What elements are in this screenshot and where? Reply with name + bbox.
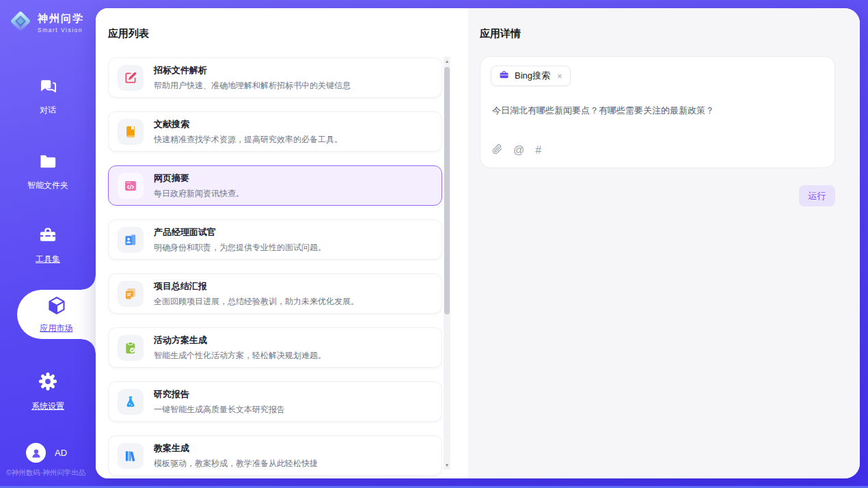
attachment-icon[interactable] <box>492 144 502 157</box>
tag-close-icon[interactable]: × <box>557 72 562 81</box>
sidebar-item-smart-folder[interactable]: 智能文件夹 <box>0 152 96 191</box>
sidebar-item-label: 对话 <box>40 105 56 116</box>
app-card-title: 项目总结汇报 <box>154 280 359 293</box>
app-list-panel: 应用列表 招标文件解析帮助用户快速、准确地理解和解析招标书中的关键信息文献搜索快… <box>96 8 468 478</box>
app-card-description: 快速精准查找学术资源，提高研究效率的必备工具。 <box>154 134 342 146</box>
app-card-tender-parse[interactable]: 招标文件解析帮助用户快速、准确地理解和解析招标书中的关键信息 <box>108 57 442 98</box>
sidebar-item-label: 工具集 <box>36 254 60 265</box>
sticky-notes-icon <box>118 281 144 307</box>
app-card-web-summary[interactable]: 网页摘要每日政府新闻资讯快查。 <box>108 165 442 206</box>
interviewer-icon <box>118 227 144 253</box>
app-card-description: 一键智能生成高质量长文本研究报告 <box>154 404 285 416</box>
app-card-description: 明确身份和职责，为您提供专业性的面试问题。 <box>154 242 326 254</box>
app-list-scrollbar[interactable]: ▲ ▼ <box>444 57 450 470</box>
tool-tag-bing-search[interactable]: Bing搜索 × <box>491 66 571 86</box>
chat-icon <box>38 77 57 98</box>
report-flask-icon <box>118 389 144 415</box>
mention-icon[interactable]: @ <box>513 145 524 156</box>
app-card-description: 模板驱动，教案秒成，教学准备从此轻松快捷 <box>154 458 318 470</box>
tender-doc-icon <box>118 65 144 91</box>
app-card-lesson-plan[interactable]: 教案生成模板驱动，教案秒成，教学准备从此轻松快捷 <box>108 435 442 476</box>
user-initials: AD <box>55 448 67 458</box>
brand-name: 神州问学 <box>38 12 84 25</box>
app-card-title: 教案生成 <box>154 442 318 455</box>
app-detail-panel: 应用详情 Bing搜索 × 今日湖北有哪些新闻要点？有哪些需要关注的最新政策？ <box>468 8 860 478</box>
app-card-activity-plan[interactable]: 活动方案生成智能生成个性化活动方案，轻松解决规划难题。 <box>108 327 442 368</box>
sidebar-item-label: 应用市场 <box>40 323 73 334</box>
sidebar-item-toolset[interactable]: 工具集 <box>0 226 96 265</box>
briefcase-icon <box>499 70 509 82</box>
app-list-title: 应用列表 <box>108 27 149 40</box>
book-icon <box>118 119 144 145</box>
gear-icon <box>38 371 58 394</box>
app-card-research-report[interactable]: 研究报告一键智能生成高质量长文本研究报告 <box>108 381 442 422</box>
sidebar: 神州问学 Smart Vision 对话智能文件夹工具集应用市场系统设置 AD … <box>0 0 96 488</box>
user-account[interactable]: AD <box>26 443 67 463</box>
tool-tag-label: Bing搜索 <box>515 70 550 82</box>
webpage-code-icon <box>118 173 144 199</box>
brand: 神州问学 Smart Vision <box>8 9 84 36</box>
sidebar-item-app-market[interactable]: 应用市场 <box>17 290 96 339</box>
brand-subtitle: Smart Vision <box>38 27 84 33</box>
app-card-description: 智能生成个性化活动方案，轻松解决规划难题。 <box>154 350 326 362</box>
hash-icon[interactable]: # <box>535 145 541 156</box>
sidebar-item-chat[interactable]: 对话 <box>0 77 96 116</box>
run-button[interactable]: 运行 <box>799 185 835 206</box>
books-icon <box>118 443 144 469</box>
app-card-pm-interviewer[interactable]: 产品经理面试官明确身份和职责，为您提供专业性的面试问题。 <box>108 219 442 260</box>
folder-icon <box>38 152 57 174</box>
app-card-title: 文献搜索 <box>154 118 342 131</box>
app-card-description: 全面回顾项目进展，总结经验教训，助力未来优化发展。 <box>154 296 359 308</box>
app-card-title: 活动方案生成 <box>154 334 326 347</box>
main-window: 应用列表 招标文件解析帮助用户快速、准确地理解和解析招标书中的关键信息文献搜索快… <box>96 8 860 478</box>
query-text[interactable]: 今日湖北有哪些新闻要点？有哪些需要关注的最新政策？ <box>492 104 819 118</box>
app-card-description: 每日政府新闻资讯快查。 <box>154 188 244 200</box>
copyright-text: ©神州数码·神州问学出品 <box>6 468 96 478</box>
brand-gem-icon <box>8 9 33 36</box>
app-card-title: 产品经理面试官 <box>154 226 326 239</box>
sidebar-item-settings[interactable]: 系统设置 <box>0 371 96 412</box>
toolbox-icon <box>38 226 57 247</box>
app-card-description: 帮助用户快速、准确地理解和解析招标书中的关键信息 <box>154 80 351 92</box>
scrollbar-thumb[interactable] <box>444 67 450 314</box>
app-card-title: 招标文件解析 <box>154 64 351 77</box>
avatar <box>26 443 46 463</box>
scroll-down-icon[interactable]: ▼ <box>444 463 450 467</box>
app-detail-title: 应用详情 <box>480 27 521 40</box>
sidebar-item-label: 智能文件夹 <box>27 180 68 191</box>
app-card-literature-search[interactable]: 文献搜索快速精准查找学术资源，提高研究效率的必备工具。 <box>108 111 442 152</box>
sidebar-item-label: 系统设置 <box>31 401 64 412</box>
app-card-project-summary[interactable]: 项目总结汇报全面回顾项目进展，总结经验教训，助力未来优化发展。 <box>108 273 442 314</box>
scroll-up-icon[interactable]: ▲ <box>444 59 450 64</box>
app-card-title: 研究报告 <box>154 388 285 401</box>
query-input-card[interactable]: Bing搜索 × 今日湖北有哪些新闻要点？有哪些需要关注的最新政策？ @ # <box>480 56 835 168</box>
cube-icon <box>46 295 67 318</box>
app-card-title: 网页摘要 <box>154 172 244 185</box>
clipboard-check-icon <box>118 335 144 361</box>
